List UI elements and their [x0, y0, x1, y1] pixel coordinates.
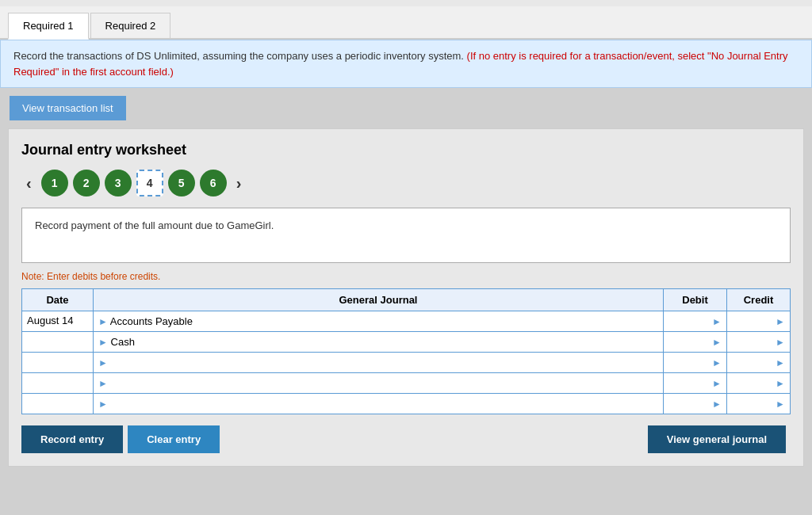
- view-transaction-list-button[interactable]: View transaction list: [10, 96, 126, 120]
- row4-journal[interactable]: ►: [94, 373, 664, 394]
- row3-journal[interactable]: ►: [94, 353, 664, 373]
- tab-required-2[interactable]: Required 2: [90, 13, 171, 38]
- row1-credit-arrow: ►: [776, 316, 785, 327]
- col-header-general-journal: General Journal: [94, 289, 664, 311]
- col-header-credit: Credit: [727, 289, 791, 311]
- record-entry-button[interactable]: Record entry: [21, 425, 123, 453]
- row3-date: [22, 353, 94, 373]
- row1-arrow: ►: [98, 316, 108, 327]
- row3-credit-arrow: ►: [776, 357, 785, 368]
- row1-credit[interactable]: ►: [727, 311, 791, 332]
- row5-date: [22, 394, 94, 414]
- table-row: August 14 ► Accounts Payable ► ►: [22, 311, 791, 332]
- row4-debit[interactable]: ►: [664, 373, 727, 394]
- row5-journal[interactable]: ►: [94, 394, 664, 414]
- row4-debit-arrow: ►: [712, 378, 722, 389]
- row2-arrow: ►: [98, 337, 108, 348]
- step-button-4[interactable]: 4: [136, 170, 163, 196]
- transaction-description: Record payment of the full amount due to…: [21, 208, 791, 263]
- col-header-date: Date: [22, 289, 94, 311]
- panel-title: Journal entry worksheet: [21, 142, 791, 158]
- row5-credit-arrow: ►: [776, 399, 785, 410]
- row5-arrow: ►: [98, 399, 108, 410]
- table-row: ► ► ►: [22, 394, 791, 414]
- row3-arrow: ►: [98, 357, 108, 368]
- step-button-5[interactable]: 5: [168, 170, 195, 196]
- row3-debit[interactable]: ►: [664, 353, 727, 373]
- row4-arrow: ►: [98, 378, 108, 389]
- row4-date: [22, 373, 94, 394]
- clear-entry-button[interactable]: Clear entry: [128, 425, 220, 453]
- row2-debit-arrow: ►: [712, 337, 722, 348]
- step-button-3[interactable]: 3: [105, 170, 132, 196]
- table-row: ► ► ►: [22, 353, 791, 373]
- journal-table: Date General Journal Debit Credit August…: [21, 288, 791, 414]
- top-bar: [0, 0, 812, 6]
- row2-credit-arrow: ►: [776, 337, 785, 348]
- bottom-buttons: Record entry Clear entry View general jo…: [21, 425, 791, 453]
- row4-credit[interactable]: ►: [727, 373, 791, 394]
- step-button-6[interactable]: 6: [200, 170, 227, 196]
- row3-debit-arrow: ►: [712, 357, 722, 368]
- row3-credit[interactable]: ►: [727, 353, 791, 373]
- next-arrow[interactable]: ›: [232, 173, 247, 194]
- journal-entry-panel: Journal entry worksheet ‹ 1 2 3 4 5 6 › …: [8, 128, 804, 467]
- col-header-debit: Debit: [664, 289, 727, 311]
- row1-journal[interactable]: ► Accounts Payable: [94, 311, 664, 332]
- row2-credit[interactable]: ►: [727, 332, 791, 353]
- row4-credit-arrow: ►: [776, 378, 785, 389]
- step-button-1[interactable]: 1: [41, 170, 68, 196]
- tab-required-1[interactable]: Required 1: [8, 13, 89, 40]
- step-button-2[interactable]: 2: [73, 170, 100, 196]
- row5-credit[interactable]: ►: [727, 394, 791, 414]
- step-navigation: ‹ 1 2 3 4 5 6 ›: [21, 170, 791, 196]
- row1-date: August 14: [22, 311, 94, 332]
- debit-credit-note: Note: Enter debits before credits.: [21, 271, 791, 282]
- view-general-journal-button[interactable]: View general journal: [648, 425, 786, 453]
- row2-journal[interactable]: ► Cash: [94, 332, 664, 353]
- table-row: ► ► ►: [22, 373, 791, 394]
- row2-date: [22, 332, 94, 353]
- tabs-bar: Required 1 Required 2: [0, 6, 812, 40]
- row1-debit-arrow: ►: [712, 316, 722, 327]
- row5-debit[interactable]: ►: [664, 394, 727, 414]
- table-row: ► Cash ► ►: [22, 332, 791, 353]
- info-main-text: Record the transactions of DS Unlimited,…: [13, 50, 464, 62]
- row1-debit[interactable]: ►: [664, 311, 727, 332]
- info-box: Record the transactions of DS Unlimited,…: [0, 40, 812, 88]
- prev-arrow[interactable]: ‹: [21, 173, 36, 194]
- row2-debit[interactable]: ►: [664, 332, 727, 353]
- row5-debit-arrow: ►: [712, 399, 722, 410]
